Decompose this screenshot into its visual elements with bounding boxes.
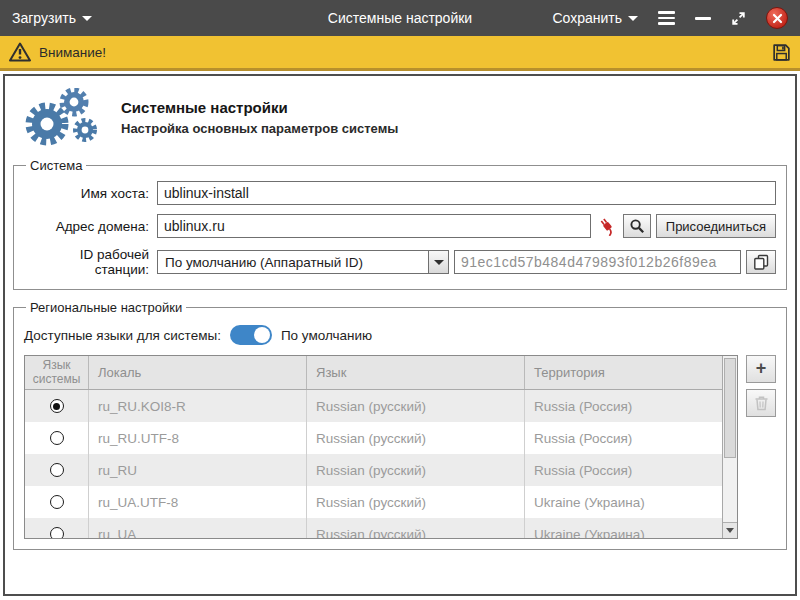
cell-locale: ru_UA.UTF-8 (89, 486, 307, 518)
hostname-label: Имя хоста: (24, 186, 152, 201)
search-icon (629, 218, 645, 234)
cell-locale: ru_RU.KOI8-R (89, 390, 307, 422)
table-row[interactable]: ru_RU.UTF-8 Russian (русский) Russia (Ро… (25, 422, 722, 454)
scrollbar-thumb[interactable] (724, 358, 736, 458)
column-header-language: Язык (307, 356, 525, 389)
column-header-territory: Территория (525, 356, 722, 389)
load-button[interactable]: Загрузить (12, 10, 92, 26)
toggle-knob (254, 327, 270, 343)
page-header: Системные настройки Настройка основных п… (11, 80, 789, 158)
column-header-locale: Локаль (89, 356, 307, 389)
table-scrollbar[interactable] (722, 356, 737, 538)
main-panel: Системные настройки Настройка основных п… (3, 74, 797, 596)
row-radio[interactable] (50, 495, 64, 509)
minimize-icon[interactable] (695, 17, 711, 20)
cell-territory: Russia (Россия) (525, 454, 722, 486)
station-id-select[interactable]: По умолчанию (Аппаратный ID) (157, 250, 449, 274)
hostname-input[interactable] (157, 181, 776, 205)
cell-locale: ru_RU (89, 454, 307, 486)
scrollbar-down-arrow[interactable] (723, 522, 737, 538)
system-group-legend: Система (26, 158, 86, 173)
table-row[interactable]: ru_UA.UTF-8 Russian (русский) Ukraine (У… (25, 486, 722, 518)
warning-bar: Внимание! (0, 36, 800, 71)
delete-locale-button[interactable] (746, 389, 776, 417)
page-title: Системные настройки (121, 99, 398, 116)
table-row[interactable]: ru_RU Russian (русский) Russia (Россия) (25, 454, 722, 486)
cell-territory: Ukraine (Украина) (525, 518, 722, 539)
cell-territory: Russia (Россия) (525, 390, 722, 422)
chevron-down-icon (628, 16, 638, 21)
row-radio[interactable] (50, 431, 64, 445)
cell-language: Russian (русский) (307, 390, 525, 422)
add-locale-button[interactable]: + (746, 355, 776, 383)
cell-locale: ru_RU.UTF-8 (89, 422, 307, 454)
cell-territory: Russia (Россия) (525, 422, 722, 454)
toggle-state-label: По умолчанию (281, 328, 372, 343)
column-header-system-language: Язык системы (25, 356, 89, 389)
languages-toggle[interactable] (230, 325, 272, 345)
locale-table-body: ru_RU.KOI8-R Russian (русский) Russia (Р… (25, 390, 722, 539)
page-subtitle: Настройка основных параметров системы (121, 121, 398, 136)
table-row[interactable]: ru_RU.KOI8-R Russian (русский) Russia (Р… (25, 390, 722, 422)
locale-table: Язык системы Локаль Язык Территория ru_R… (24, 355, 738, 539)
row-radio[interactable] (50, 463, 64, 477)
row-radio[interactable] (50, 527, 64, 539)
chevron-down-icon (434, 260, 444, 265)
regional-group: Региональные настройки Доступные языки д… (13, 300, 787, 550)
save-floppy-icon[interactable] (771, 42, 792, 63)
titlebar: Загрузить Системные настройки Сохранить (0, 0, 800, 36)
cell-language: Russian (русский) (307, 486, 525, 518)
load-button-label: Загрузить (12, 10, 76, 26)
cell-territory: Ukraine (Украина) (525, 486, 722, 518)
gears-icon (17, 88, 105, 146)
warning-label: Внимание! (39, 45, 106, 60)
close-icon[interactable] (766, 7, 788, 29)
station-id-label: ID рабочей станции: (24, 247, 152, 277)
warning-triangle-icon (8, 41, 32, 63)
save-button[interactable]: Сохранить (552, 10, 638, 26)
copy-icon (753, 254, 769, 270)
select-dropdown-arrow[interactable] (428, 251, 448, 273)
cell-locale: ru_UA (89, 518, 307, 539)
trash-icon (754, 395, 769, 411)
domain-label: Адрес домена: (24, 219, 152, 234)
cell-language: Russian (русский) (307, 454, 525, 486)
join-domain-button[interactable]: Присоединиться (656, 214, 776, 238)
cell-language: Russian (русский) (307, 422, 525, 454)
cell-language: Russian (русский) (307, 518, 525, 539)
regional-group-legend: Региональные настройки (26, 300, 186, 315)
plus-icon: + (756, 359, 767, 377)
languages-label: Доступные языки для системы: (24, 328, 221, 343)
station-id-selected-option: По умолчанию (Аппаратный ID) (158, 255, 428, 270)
menu-icon[interactable] (658, 11, 675, 25)
domain-input[interactable] (157, 214, 591, 238)
disconnected-plug-icon (596, 216, 618, 236)
copy-id-button[interactable] (746, 250, 776, 274)
chevron-down-icon (726, 528, 734, 533)
chevron-down-icon (82, 16, 92, 21)
domain-search-button[interactable] (623, 214, 651, 238)
table-row[interactable]: ru_UA Russian (русский) Ukraine (Украина… (25, 518, 722, 539)
system-group: Система Имя хоста: Адрес домена: (13, 158, 787, 290)
station-id-value-field[interactable] (454, 250, 741, 274)
row-radio[interactable] (50, 399, 64, 413)
locale-table-header: Язык системы Локаль Язык Территория (25, 356, 722, 390)
save-button-label: Сохранить (552, 10, 622, 26)
fullscreen-icon[interactable] (731, 11, 746, 26)
